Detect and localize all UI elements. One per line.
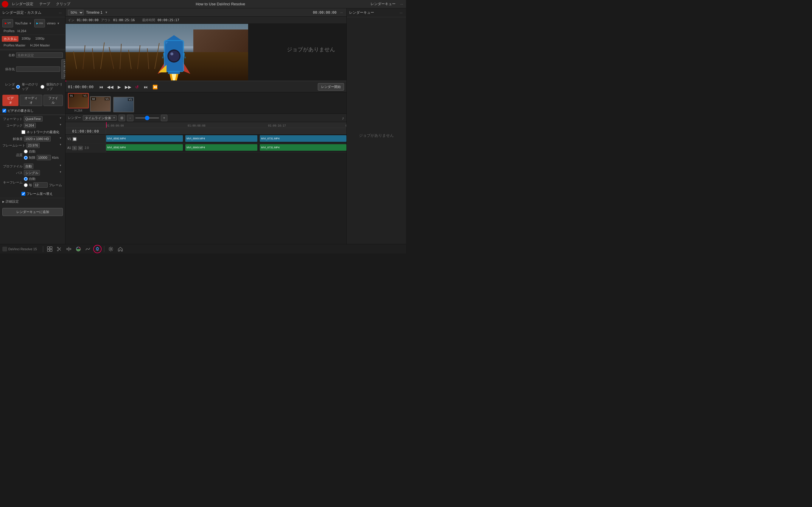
- format-select[interactable]: QuickTime: [24, 116, 43, 121]
- tab-1080p-1[interactable]: 1080p: [20, 36, 33, 42]
- cut-btn[interactable]: [55, 245, 63, 253]
- track-s-btn[interactable]: S: [72, 146, 77, 150]
- left-panel-more[interactable]: ···: [58, 11, 63, 15]
- browse-btn[interactable]: ブラウズ: [61, 59, 65, 79]
- file-tab-btn[interactable]: ファイル: [44, 95, 63, 106]
- timeline-tracks: V1 ⬜ MVI_6592.MP4 MVI_6849.MP4 MVI_6731.…: [65, 135, 346, 253]
- tab-1080p-2[interactable]: 1080p: [34, 36, 47, 42]
- name-input[interactable]: [16, 52, 63, 58]
- vimeo-preset[interactable]: ▶ Vm: [34, 19, 45, 27]
- clip-thumb-2[interactable]: 02 V1: [90, 96, 111, 112]
- a1-clip-1[interactable]: MVI_6592.MP4: [106, 144, 183, 151]
- quality-value-input[interactable]: [37, 155, 51, 160]
- render-start-btn[interactable]: レンダー開始: [318, 83, 344, 91]
- fairlight-btn[interactable]: [84, 245, 92, 253]
- play-btn[interactable]: ▶: [116, 83, 123, 91]
- render-settings-menu[interactable]: レンダー設定: [9, 1, 36, 7]
- zoom-select[interactable]: 50%: [68, 10, 84, 15]
- settings-btn[interactable]: [107, 245, 115, 253]
- home-btn[interactable]: [116, 245, 124, 253]
- center-panel: 50% Timeline 1 ▼ 00:00:00:00 ··· イン 01:0…: [65, 8, 346, 253]
- keyframe-auto-label: 自動: [29, 177, 36, 181]
- next-frame-btn[interactable]: ▶▶: [124, 83, 132, 91]
- v1-clip-3[interactable]: MVI_6731.MP4: [260, 135, 346, 142]
- zoom-slider[interactable]: [135, 117, 159, 119]
- deliver-btn[interactable]: [93, 245, 102, 253]
- clip-track-3: V1: [128, 98, 133, 101]
- quality-auto-radio[interactable]: [24, 150, 28, 154]
- quality-limit-radio[interactable]: [24, 156, 28, 160]
- profile-select[interactable]: 自動: [24, 164, 34, 169]
- clip-track-2: V1: [105, 97, 110, 100]
- playback-timecode: 01:00:00:00: [68, 84, 94, 89]
- left-panel: レンダー設定 - カスタム ··· ▶ YT YouTube ▾ ▶ Vm vi…: [0, 8, 65, 253]
- timeline-timecode: 00:00:00:00: [313, 10, 336, 15]
- timeline-dropdown-icon[interactable]: ▼: [105, 11, 108, 14]
- clip-item-3: V1: [113, 97, 134, 112]
- a1-clip-2[interactable]: MVI_6849.MP4: [185, 144, 257, 151]
- youtube-preset[interactable]: ▶ YT: [2, 19, 13, 27]
- no-jobs-text: ジョブがありません: [287, 46, 335, 53]
- keyframe-each-radio[interactable]: [24, 183, 28, 187]
- render-select[interactable]: タイムライン全体: [83, 115, 117, 121]
- media-pool-btn[interactable]: [46, 245, 54, 253]
- clip-thumb-3[interactable]: V1: [113, 97, 134, 112]
- tape-menu[interactable]: テープ: [37, 1, 52, 7]
- tab-custom[interactable]: カスタム: [2, 36, 18, 42]
- resolution-select[interactable]: 1920 x 1080 HD: [24, 136, 51, 142]
- loop-btn[interactable]: ↺: [133, 83, 140, 91]
- reorder-checkbox[interactable]: [21, 192, 25, 196]
- keyframe-num-input[interactable]: [34, 182, 48, 188]
- advanced-section[interactable]: 詳細設定: [0, 198, 65, 205]
- ruler-tick-1: 01:00:08:08: [188, 122, 206, 128]
- tab-h264[interactable]: H.264 Master: [28, 43, 52, 48]
- preview-progress-bar[interactable]: [65, 80, 346, 81]
- forward-end-btn[interactable]: ⏭: [142, 83, 150, 91]
- clip-thumb-1[interactable]: 01 V1: [68, 93, 89, 108]
- a1-clip-3[interactable]: MVI_6731.MP4: [260, 144, 346, 151]
- track-m-btn[interactable]: M: [78, 146, 83, 150]
- rewind-btn[interactable]: ⏮: [98, 83, 105, 91]
- pass-select[interactable]: シングル: [24, 170, 40, 175]
- right-panel-more[interactable]: ···: [399, 11, 404, 15]
- render-minus-icon[interactable]: -: [127, 115, 133, 121]
- svg-rect-20: [47, 247, 49, 249]
- framerate-select[interactable]: 23.976: [26, 143, 40, 148]
- add-queue-btn[interactable]: レンダーキューに追加: [2, 208, 63, 216]
- svg-point-30: [97, 248, 98, 249]
- monitor-icon[interactable]: ⬜: [72, 137, 77, 141]
- app-name: DaVinci Resolve 15: [2, 247, 37, 251]
- music-icon[interactable]: ♪: [342, 116, 344, 120]
- keyframe-auto-radio[interactable]: [24, 177, 28, 181]
- keyframe-each-row: 毎 フレーム: [24, 182, 62, 188]
- tab-prores[interactable]: ProRes Master: [2, 43, 27, 48]
- v1-clip-1[interactable]: MVI_6592.MP4: [106, 135, 183, 142]
- window-title: How to Use DaVinci Resolve: [74, 2, 367, 6]
- v1-clip-2[interactable]: MVI_6849.MP4: [185, 135, 257, 142]
- color-btn[interactable]: [74, 245, 82, 253]
- record-btn[interactable]: [2, 1, 8, 7]
- right-panel-header: レンダーキュー ···: [347, 8, 406, 17]
- prev-clip-btn[interactable]: ⏪: [151, 83, 159, 91]
- edit-btn[interactable]: [65, 245, 73, 253]
- render-clip-icon[interactable]: ⊞: [119, 115, 125, 121]
- render-plus-icon[interactable]: +: [161, 115, 167, 121]
- codec-select[interactable]: H.264: [24, 123, 36, 128]
- ruler-label-2: 01:00:16:17: [268, 124, 286, 127]
- render-queue-menu[interactable]: レンダーキュー: [368, 1, 398, 7]
- video-export-checkbox[interactable]: [2, 109, 6, 113]
- timeline-empty-area: [65, 153, 346, 176]
- separate-clip-radio[interactable]: [41, 85, 44, 89]
- format-select-wrap: QuickTime: [24, 116, 63, 121]
- more-options-btn[interactable]: ···: [399, 2, 404, 6]
- timeline-more[interactable]: ···: [339, 11, 344, 14]
- single-clip-radio[interactable]: [16, 85, 20, 89]
- clip-menu[interactable]: クリップ: [54, 1, 73, 7]
- prev-frame-btn[interactable]: ◀◀: [107, 83, 114, 91]
- save-path-input[interactable]: [16, 66, 60, 72]
- name-label: 名称: [2, 53, 15, 57]
- app-name-text: DaVinci Resolve 15: [8, 247, 37, 251]
- video-tab-btn[interactable]: ビデオ: [2, 95, 18, 106]
- audio-tab-btn[interactable]: オーディオ: [20, 95, 42, 106]
- network-opt-checkbox[interactable]: [21, 130, 25, 134]
